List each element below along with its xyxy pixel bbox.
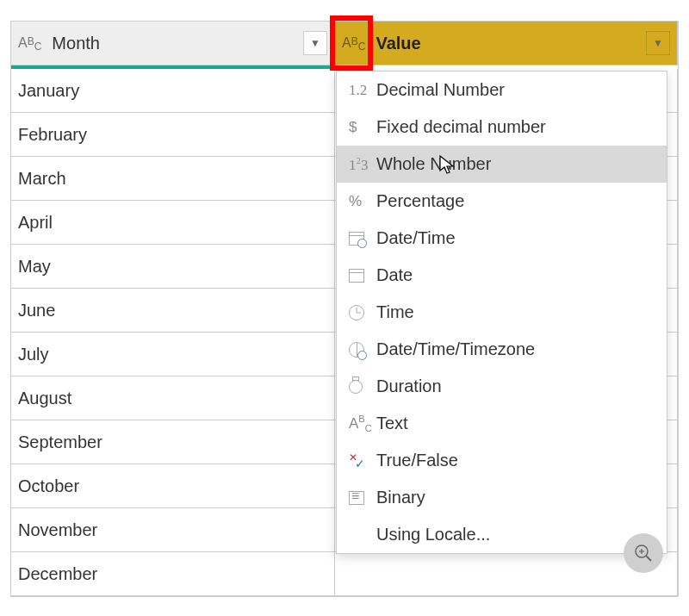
cell-month[interactable]: October — [11, 464, 335, 507]
type-menu-label: Binary — [376, 488, 425, 507]
header-row: ABC Month ▼ ABC Value ▼ — [11, 22, 678, 65]
binary-icon — [349, 491, 376, 505]
column-header-month[interactable]: ABC Month ▼ — [11, 22, 335, 65]
text-type-icon[interactable]: ABC — [18, 35, 41, 51]
type-menu-item[interactable]: Date/Time — [337, 220, 667, 257]
type-menu-label: Date — [376, 265, 413, 285]
type-menu-label: Using Locale... — [376, 525, 490, 544]
percent-icon: % — [349, 193, 376, 210]
cell-month[interactable]: January — [11, 69, 335, 112]
svg-line-1 — [646, 556, 651, 561]
type-menu-label: Time — [376, 302, 414, 322]
text-icon: ABC — [349, 414, 376, 433]
type-menu-item[interactable]: Date — [337, 257, 667, 294]
type-menu-item[interactable]: Duration — [337, 368, 667, 405]
type-menu-label: Date/Time — [376, 228, 456, 248]
decimal-icon: 1.2 — [349, 82, 376, 99]
type-menu-label: True/False — [376, 451, 458, 470]
cell-month[interactable]: April — [11, 201, 335, 244]
datetime-icon — [349, 232, 376, 246]
data-type-menu: 1.2Decimal Number$Fixed decimal number12… — [336, 71, 667, 554]
column-filter-month[interactable]: ▼ — [303, 31, 327, 55]
cell-month[interactable]: June — [11, 289, 335, 332]
cell-month[interactable]: August — [11, 376, 335, 420]
whole-icon: 123 — [349, 155, 376, 174]
column-filter-value[interactable]: ▼ — [646, 31, 670, 55]
magnify-plus-icon — [634, 544, 653, 563]
dtz-icon — [349, 342, 376, 358]
cell-month[interactable]: September — [11, 420, 335, 464]
cell-month[interactable]: July — [11, 333, 335, 376]
type-menu-item[interactable]: Using Locale... — [337, 516, 667, 553]
type-menu-item[interactable]: 1.2Decimal Number — [337, 72, 667, 109]
type-menu-label: Text — [376, 414, 408, 433]
type-menu-item[interactable]: Time — [337, 294, 667, 331]
type-menu-item[interactable]: 123Whole Number — [337, 146, 667, 183]
type-menu-label: Date/Time/Timezone — [376, 339, 535, 359]
table-row[interactable]: December — [11, 552, 678, 596]
type-menu-label: Fixed decimal number — [376, 117, 546, 137]
column-label-value: Value — [376, 34, 646, 53]
zoom-button[interactable] — [624, 533, 663, 573]
date-icon — [349, 269, 376, 283]
type-menu-item[interactable]: Date/Time/Timezone — [337, 331, 667, 368]
cell-month[interactable]: November — [11, 508, 335, 551]
cell-month[interactable]: March — [11, 157, 335, 200]
type-menu-label: Whole Number — [376, 154, 491, 174]
type-menu-item[interactable]: ABCText — [337, 405, 667, 442]
type-menu-label: Duration — [376, 376, 442, 396]
type-menu-item[interactable]: %Percentage — [337, 183, 667, 220]
type-menu-label: Decimal Number — [376, 80, 505, 100]
duration-icon — [349, 380, 376, 394]
currency-icon: $ — [349, 119, 376, 136]
type-menu-label: Percentage — [376, 191, 464, 211]
cell-month[interactable]: February — [11, 113, 335, 156]
cell-month[interactable]: December — [11, 552, 335, 595]
type-menu-item[interactable]: Binary — [337, 479, 667, 516]
time-icon — [349, 305, 376, 320]
column-label-month: Month — [52, 34, 303, 53]
text-type-icon[interactable]: ABC — [342, 35, 365, 51]
type-menu-item[interactable]: True/False — [337, 442, 667, 479]
cell-month[interactable]: May — [11, 245, 335, 288]
bool-icon — [349, 453, 376, 469]
type-menu-item[interactable]: $Fixed decimal number — [337, 109, 667, 146]
column-header-value[interactable]: ABC Value ▼ — [335, 22, 678, 65]
